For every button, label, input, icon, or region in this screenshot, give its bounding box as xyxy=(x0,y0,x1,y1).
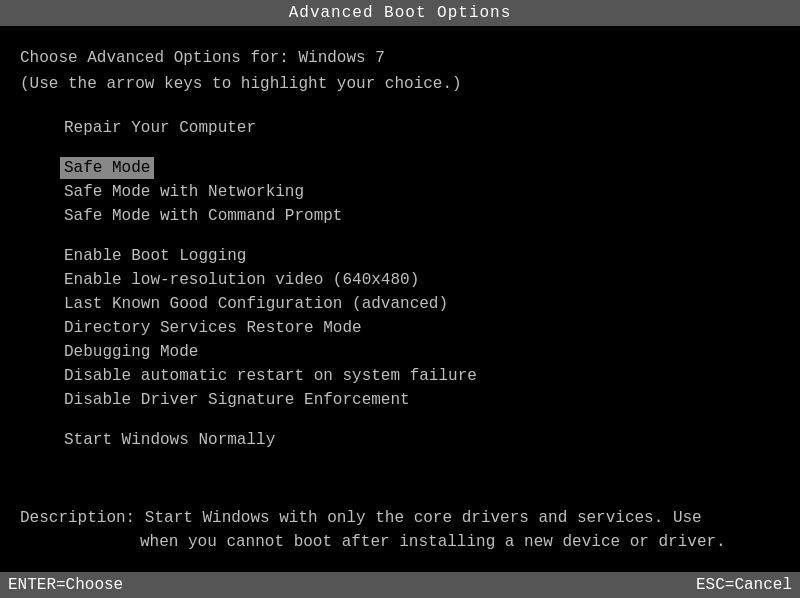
footer-esc: ESC=Cancel xyxy=(696,576,792,594)
intro-line1: Choose Advanced Options for: Windows 7 xyxy=(20,46,780,72)
menu-group-normal: Start Windows Normally xyxy=(60,429,780,453)
menu-item-enable-boot-logging[interactable]: Enable Boot Logging xyxy=(60,245,250,267)
menu-item-safe-mode-networking[interactable]: Safe Mode with Networking xyxy=(60,181,308,203)
menu-item-debugging-mode[interactable]: Debugging Mode xyxy=(60,341,202,363)
intro-line2: (Use the arrow keys to highlight your ch… xyxy=(20,72,780,98)
menu-item-last-known-good[interactable]: Last Known Good Configuration (advanced) xyxy=(60,293,452,315)
menu-item-repair[interactable]: Repair Your Computer xyxy=(60,117,260,139)
menu-section: Repair Your Computer Safe Mode Safe Mode… xyxy=(20,117,780,453)
menu-group-repair: Repair Your Computer xyxy=(60,117,780,141)
menu-item-disable-driver-sig[interactable]: Disable Driver Signature Enforcement xyxy=(60,389,414,411)
main-content: Choose Advanced Options for: Windows 7 (… xyxy=(0,26,800,453)
description-area: Description: Start Windows with only the… xyxy=(0,498,800,562)
title-label: Advanced Boot Options xyxy=(289,4,512,22)
menu-item-safe-mode[interactable]: Safe Mode xyxy=(60,157,154,179)
menu-group-safe: Safe Mode Safe Mode with Networking Safe… xyxy=(60,157,780,229)
menu-item-enable-low-res[interactable]: Enable low-resolution video (640x480) xyxy=(60,269,423,291)
footer-bar: ENTER=Choose ESC=Cancel xyxy=(0,572,800,598)
menu-item-start-normally[interactable]: Start Windows Normally xyxy=(60,429,279,451)
menu-group-advanced: Enable Boot Logging Enable low-resolutio… xyxy=(60,245,780,413)
footer-enter: ENTER=Choose xyxy=(8,576,123,594)
menu-item-safe-mode-command-prompt[interactable]: Safe Mode with Command Prompt xyxy=(60,205,346,227)
title-bar: Advanced Boot Options xyxy=(0,0,800,26)
intro-text: Choose Advanced Options for: Windows 7 (… xyxy=(20,46,780,97)
description-line2: when you cannot boot after installing a … xyxy=(20,530,780,554)
description-line1: Description: Start Windows with only the… xyxy=(20,506,780,530)
menu-item-disable-restart[interactable]: Disable automatic restart on system fail… xyxy=(60,365,481,387)
menu-item-directory-services[interactable]: Directory Services Restore Mode xyxy=(60,317,366,339)
